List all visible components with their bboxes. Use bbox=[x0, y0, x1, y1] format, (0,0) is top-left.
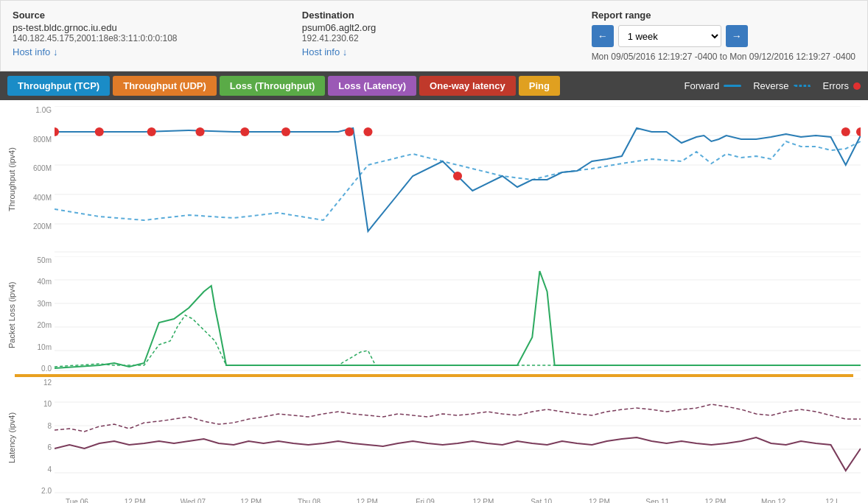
report-range-label: Report range bbox=[592, 10, 855, 21]
loss-y-ticks: 50m 40m 30m 20m 10m 0.0 bbox=[24, 256, 55, 374]
tab-ping[interactable]: Ping bbox=[519, 76, 560, 96]
loss-chart-container: Packet Loss (ipv4) 50m 40m 30m 20m 10m 0… bbox=[7, 256, 861, 374]
svg-point-12 bbox=[345, 127, 354, 136]
forward-label: Forward bbox=[685, 80, 720, 91]
dest-ip: 192.41.230.62 bbox=[302, 33, 562, 43]
errors-dot-icon bbox=[853, 82, 861, 90]
date-from: Mon 09/05/2016 bbox=[592, 52, 656, 62]
source-section: Source ps-test.bldc.grnoc.iu.edu 140.182… bbox=[13, 10, 273, 57]
tab-loss-throughput[interactable]: Loss (Throughput) bbox=[220, 76, 326, 96]
reverse-label: Reverse bbox=[753, 80, 788, 91]
loss-y-label: Packet Loss (ipv4) bbox=[7, 256, 24, 374]
divider-line bbox=[15, 374, 853, 377]
legend-reverse[interactable]: Reverse bbox=[753, 80, 811, 91]
x-axis-labels: Tue 06 12 PM Wed 07 12 PM Thu 08 12 PM F… bbox=[7, 496, 861, 503]
svg-point-9 bbox=[195, 127, 204, 136]
latency-y-ticks: 12 10 8 6 4 2.0 bbox=[24, 379, 55, 496]
dest-label: Destination bbox=[302, 10, 562, 21]
svg-point-8 bbox=[147, 127, 156, 136]
svg-point-11 bbox=[281, 127, 290, 136]
latency-chart-inner: 12 10 8 6 4 2.0 bbox=[24, 379, 861, 496]
loss-svg bbox=[55, 256, 861, 374]
throughput-chart-inner: 1.0G 800M 600M 400M 200M bbox=[24, 106, 861, 253]
throughput-y-label: Throughput (ipv4) bbox=[7, 106, 24, 253]
tabs-bar: Throughput (TCP) Throughput (UDP) Loss (… bbox=[0, 71, 868, 100]
latency-chart-body: 12 10 8 6 4 2.0 bbox=[24, 379, 861, 496]
tab-loss-latency[interactable]: Loss (Latency) bbox=[328, 76, 416, 96]
dest-section: Destination psum06.aglt2.org 192.41.230.… bbox=[302, 10, 562, 57]
throughput-y-ticks: 1.0G 800M 600M 400M 200M bbox=[24, 106, 55, 253]
legend-forward[interactable]: Forward bbox=[685, 80, 742, 91]
range-controls: ← 1 week 6 hours 12 hours 1 day 3 days 2… bbox=[592, 25, 855, 47]
svg-point-7 bbox=[95, 127, 104, 136]
svg-point-10 bbox=[240, 127, 249, 136]
throughput-chart-body: 1.0G 800M 600M 400M 200M bbox=[24, 106, 861, 253]
dest-host: psum06.aglt2.org bbox=[302, 22, 562, 33]
svg-point-15 bbox=[841, 127, 850, 136]
throughput-svg bbox=[55, 106, 861, 253]
latency-svg bbox=[55, 379, 861, 496]
latency-chart-container: Latency (ipv4) 12 10 8 6 4 2.0 bbox=[7, 379, 861, 496]
tab-throughput-udp[interactable]: Throughput (UDP) bbox=[113, 76, 217, 96]
charts-area: Throughput (ipv4) 1.0G 800M 600M 400M 20… bbox=[0, 106, 868, 503]
svg-point-14 bbox=[453, 172, 462, 180]
latency-y-label: Latency (ipv4) bbox=[7, 379, 24, 496]
forward-line-icon bbox=[724, 85, 741, 87]
source-host: ps-test.bldc.grnoc.iu.edu bbox=[13, 22, 273, 33]
range-prev-button[interactable]: ← bbox=[592, 25, 614, 47]
range-select[interactable]: 1 week 6 hours 12 hours 1 day 3 days 2 w… bbox=[618, 25, 721, 47]
tab-throughput-tcp[interactable]: Throughput (TCP) bbox=[7, 76, 110, 96]
legend: Forward Reverse Errors bbox=[685, 80, 861, 91]
time-from: 12:19:27 -0400 bbox=[658, 52, 718, 62]
tab-one-way-latency[interactable]: One-way latency bbox=[419, 76, 516, 96]
source-label: Source bbox=[13, 10, 273, 21]
time-to: 12:19:27 -0400 bbox=[796, 52, 855, 62]
range-dates: Mon 09/05/2016 12:19:27 -0400 to Mon 09/… bbox=[592, 52, 855, 62]
svg-point-13 bbox=[363, 127, 372, 136]
throughput-chart-container: Throughput (ipv4) 1.0G 800M 600M 400M 20… bbox=[7, 106, 861, 253]
source-ip: 140.182.45.175,2001:18e8:3:11:0:0:0:108 bbox=[13, 33, 273, 43]
errors-label: Errors bbox=[823, 80, 849, 91]
dest-host-info-link[interactable]: Host info ↓ bbox=[302, 46, 347, 57]
svg-point-6 bbox=[55, 127, 59, 136]
svg-point-16 bbox=[856, 127, 861, 136]
range-next-button[interactable]: → bbox=[726, 25, 748, 47]
legend-errors[interactable]: Errors bbox=[823, 80, 861, 91]
loss-chart-inner: 50m 40m 30m 20m 10m 0.0 bbox=[24, 256, 861, 374]
source-host-info-link[interactable]: Host info ↓ bbox=[13, 46, 57, 57]
date-to-label: to bbox=[720, 52, 727, 62]
date-to: Mon 09/12/2016 bbox=[729, 52, 794, 62]
loss-chart-body: 50m 40m 30m 20m 10m 0.0 bbox=[24, 256, 861, 374]
header-panel: Source ps-test.bldc.grnoc.iu.edu 140.182… bbox=[0, 0, 868, 71]
report-range-section: Report range ← 1 week 6 hours 12 hours 1… bbox=[592, 10, 855, 62]
reverse-line-icon bbox=[794, 85, 811, 87]
